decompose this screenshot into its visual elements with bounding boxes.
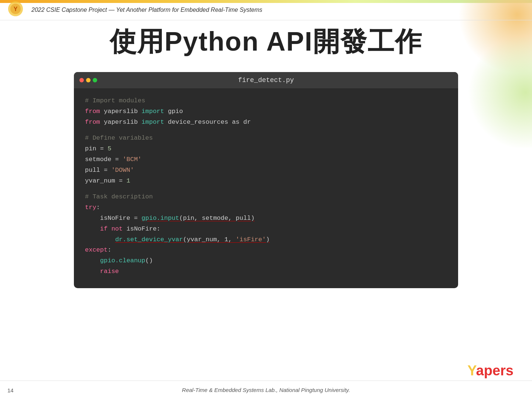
yapers-logo: Yapers [467,363,514,379]
code-line-15: gpio.cleanup() [85,256,447,266]
code-titlebar: fire_detect.py [74,72,458,88]
header-title: 2022 CSIE Capstone Project — Yet Another… [31,7,262,13]
header-logo: Y [7,1,26,19]
code-line-8: yvar_num = 1 [85,176,447,187]
page-number: 14 [7,387,14,393]
code-line-9: # Task description [85,192,447,202]
code-line-10: try: [85,202,447,213]
code-line-12: if not isNoFire: [85,224,447,235]
yapers-apers: apers [476,363,514,378]
footer-text: Real-Time & Embedded Systems Lab., Natio… [182,387,350,393]
code-line-7: pull = 'DOWN' [85,165,447,176]
dot-green [93,78,97,82]
code-block: fire_detect.py # Import modules from yap… [74,72,458,288]
dot-yellow [86,78,91,82]
code-line-3: from yaperslib import device_resources a… [85,117,447,128]
code-line-4: # Define variables [85,133,447,144]
code-line-6: setmode = 'BCM' [85,154,447,165]
code-body: # Import modules from yaperslib import g… [74,88,458,288]
svg-text:Y: Y [14,6,18,12]
dot-red [79,78,84,82]
code-line-2: from yaperslib import gpio [85,106,447,117]
footer: Real-Time & Embedded Systems Lab., Natio… [0,381,532,399]
code-line-14: except: [85,245,447,256]
code-line-11: isNoFire = gpio.input(pin, setmode, pull… [85,213,447,224]
code-line-5: pin = 5 [85,144,447,154]
header: Y 2022 CSIE Capstone Project — Yet Anoth… [0,0,532,20]
code-filename: fire_detect.py [238,76,294,84]
yapers-y: Y [467,363,476,378]
code-line-16: raise [85,266,447,277]
code-line-13: dr.set_device_yvar(yvar_num, 1, 'isFire'… [85,235,447,245]
page-title: 使用Python API開發工作 [0,24,532,59]
window-dots [79,78,97,82]
code-line-1: # Import modules [85,96,447,106]
